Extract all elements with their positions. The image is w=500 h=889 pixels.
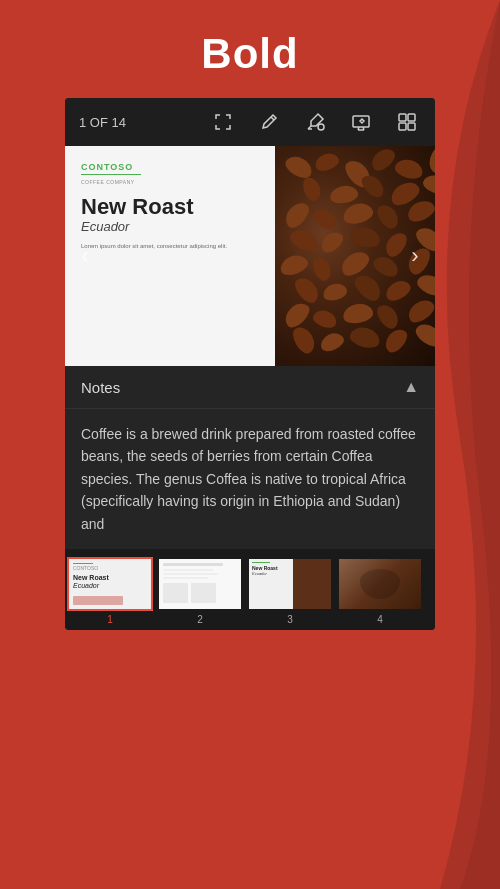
- svg-rect-3: [408, 114, 415, 121]
- svg-point-0: [318, 124, 324, 130]
- slide-counter: 1 OF 14: [79, 115, 126, 130]
- header-title: Bold: [0, 0, 500, 98]
- slide-body: Lorem ipsum dolor sit amet, consectetur …: [81, 242, 259, 250]
- highlight-icon[interactable]: [301, 108, 329, 136]
- slide-title: New Roast: [81, 195, 259, 219]
- slide-viewer: CONTOSO COFFEE COMPANY New Roast Ecuador…: [65, 146, 435, 366]
- notes-content: Coffee is a brewed drink prepared from r…: [65, 409, 435, 549]
- prev-slide-button[interactable]: ‹: [71, 242, 99, 270]
- notes-chevron-icon: ▲: [403, 378, 419, 396]
- contoso-sub: COFFEE COMPANY: [81, 179, 259, 185]
- thumbnail-2[interactable]: 2: [155, 557, 245, 630]
- toolbar: 1 OF 14: [65, 98, 435, 146]
- svg-rect-5: [408, 123, 415, 130]
- pencil-icon[interactable]: [255, 108, 283, 136]
- thumbnail-4[interactable]: 4: [335, 557, 425, 630]
- svg-rect-2: [399, 114, 406, 121]
- grid-icon[interactable]: [393, 108, 421, 136]
- thumbnail-1[interactable]: CONTOSO New RoastEcuador 1: [65, 557, 155, 630]
- thumbnail-3[interactable]: New Roast Ecuador 3: [245, 557, 335, 630]
- notes-header[interactable]: Notes ▲: [65, 366, 435, 409]
- notes-label: Notes: [81, 379, 120, 396]
- thumbnail-number-1: 1: [107, 614, 113, 625]
- thumbnail-strip: CONTOSO New RoastEcuador 1: [65, 549, 435, 630]
- thumbnail-number-4: 4: [377, 614, 383, 625]
- slide-subtitle: Ecuador: [81, 219, 259, 234]
- next-slide-button[interactable]: ›: [401, 242, 429, 270]
- present-icon[interactable]: [347, 108, 375, 136]
- contoso-logo: CONTOSO: [81, 162, 141, 175]
- notes-section: Notes ▲ Coffee is a brewed drink prepare…: [65, 366, 435, 549]
- svg-rect-4: [399, 123, 406, 130]
- expand-icon[interactable]: [209, 108, 237, 136]
- thumbnail-number-2: 2: [197, 614, 203, 625]
- thumbnail-number-3: 3: [287, 614, 293, 625]
- app-panel: 1 OF 14: [65, 98, 435, 630]
